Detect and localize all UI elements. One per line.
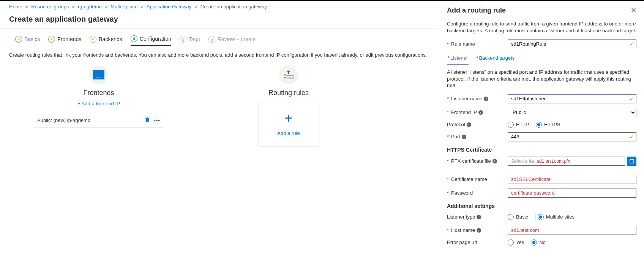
protocol-label: Protocol xyxy=(447,122,465,127)
breadcrumb-appgw[interactable]: Application Gateway xyxy=(147,4,192,10)
host-name-input[interactable] xyxy=(508,226,636,235)
error-page-label: Error page url xyxy=(447,239,477,245)
step-tags[interactable]: 5Tags xyxy=(180,35,200,46)
plus-icon: + xyxy=(284,111,292,125)
breadcrumb-resource-groups[interactable]: Resource groups xyxy=(31,4,69,10)
additional-settings-heading: Additional settings xyxy=(447,203,636,209)
info-icon[interactable]: i xyxy=(492,159,497,163)
listener-name-input[interactable] xyxy=(508,94,636,103)
step-review[interactable]: 6Review + create xyxy=(208,35,256,46)
host-name-label: Host name xyxy=(451,227,475,233)
breadcrumb-current: Create an application gateway xyxy=(200,4,267,10)
protocol-https-radio[interactable]: HTTPS xyxy=(536,122,560,128)
listener-description: A listener "listens" on a specified port… xyxy=(447,69,636,89)
add-frontend-ip-link[interactable]: + Add a frontend IP xyxy=(77,101,120,106)
frontend-ip-label: Frontend IP xyxy=(451,109,477,115)
frontends-column: Frontends + Add a frontend IP Public: (n… xyxy=(15,65,182,146)
listener-type-basic-radio[interactable]: Basic xyxy=(508,214,528,220)
wizard-steps: ✓Basics ✓Frontends ✓Backends 4Configurat… xyxy=(0,29,439,46)
error-page-no-radio[interactable]: No xyxy=(531,239,546,246)
frontend-item: Public: (new) ip-agdemo ••• xyxy=(34,113,163,128)
tab-listener[interactable]: *Listener xyxy=(447,53,469,65)
add-rule-card[interactable]: + Add a rule xyxy=(258,101,319,146)
info-icon[interactable]: i xyxy=(478,110,483,115)
info-icon[interactable]: i xyxy=(462,135,466,139)
panel-description: Configure a routing rule to send traffic… xyxy=(447,21,636,34)
svg-rect-1 xyxy=(93,70,104,72)
info-icon[interactable]: i xyxy=(477,228,481,233)
svg-point-2 xyxy=(96,77,97,78)
pfx-label: PFX certificate file xyxy=(451,158,491,164)
panel-title: Add a routing rule xyxy=(447,6,506,14)
frontend-item-label: Public: (new) ip-agdemo xyxy=(37,117,90,123)
page-title: Create an application gateway xyxy=(0,13,439,29)
port-input[interactable] xyxy=(508,132,636,141)
password-input[interactable] xyxy=(508,189,636,198)
page-description: Create routing rules that link your fron… xyxy=(0,46,439,65)
info-icon[interactable]: i xyxy=(477,215,481,219)
step-configuration[interactable]: 4Configuration xyxy=(131,35,171,46)
add-routing-rule-panel: Add a routing rule ✕ Configure a routing… xyxy=(439,0,644,279)
rule-name-label: Rule name xyxy=(451,41,475,47)
routing-rules-title: Routing rules xyxy=(268,89,309,97)
tab-backend-targets[interactable]: *Backend targets xyxy=(475,53,515,65)
listener-type-label: Listener type xyxy=(447,214,475,220)
cert-name-input[interactable] xyxy=(508,175,636,184)
breadcrumb-home[interactable]: Home xyxy=(9,4,22,10)
routing-rules-icon xyxy=(279,65,298,84)
add-rule-label: Add a rule xyxy=(277,130,300,136)
svg-rect-7 xyxy=(630,160,634,163)
password-label: Password xyxy=(451,190,473,196)
pfx-file-display: Select a file sd1.test.com.pfx xyxy=(508,157,625,166)
svg-point-3 xyxy=(98,77,99,78)
frontend-ip-select[interactable]: Public xyxy=(508,108,636,117)
breadcrumb-rg[interactable]: rg-agdemo xyxy=(78,4,102,10)
svg-rect-8 xyxy=(631,159,633,160)
listener-type-multisite-radio[interactable]: Multiple sites xyxy=(535,213,577,221)
port-label: Port xyxy=(451,134,460,140)
step-frontends[interactable]: ✓Frontends xyxy=(48,35,81,46)
svg-rect-5 xyxy=(287,75,294,76)
rule-name-input[interactable] xyxy=(508,39,636,48)
breadcrumb: Home> Resource groups> rg-agdemo> Market… xyxy=(0,1,439,13)
panel-tabs: *Listener *Backend targets xyxy=(447,53,636,65)
https-cert-heading: HTTPS Certificate xyxy=(447,147,636,153)
info-icon[interactable]: i xyxy=(467,122,471,127)
error-page-yes-radio[interactable]: Yes xyxy=(508,239,524,246)
delete-icon[interactable] xyxy=(145,117,150,124)
svg-point-4 xyxy=(99,77,101,78)
frontends-title: Frontends xyxy=(83,89,114,97)
more-icon[interactable]: ••• xyxy=(154,117,160,123)
step-basics[interactable]: ✓Basics xyxy=(15,35,40,46)
listener-name-label: Listener name xyxy=(451,96,482,101)
frontends-icon xyxy=(89,65,108,84)
cert-name-label: Certificate name xyxy=(451,176,487,182)
routing-rules-column: Routing rules + Add a rule xyxy=(205,65,372,146)
close-icon[interactable]: ✕ xyxy=(631,6,636,14)
step-backends[interactable]: ✓Backends xyxy=(90,35,122,46)
svg-rect-6 xyxy=(287,78,294,79)
breadcrumb-marketplace[interactable]: Marketplace xyxy=(110,4,137,10)
protocol-http-radio[interactable]: HTTP xyxy=(508,122,529,128)
info-icon[interactable]: i xyxy=(484,97,488,101)
browse-file-button[interactable] xyxy=(627,157,636,166)
